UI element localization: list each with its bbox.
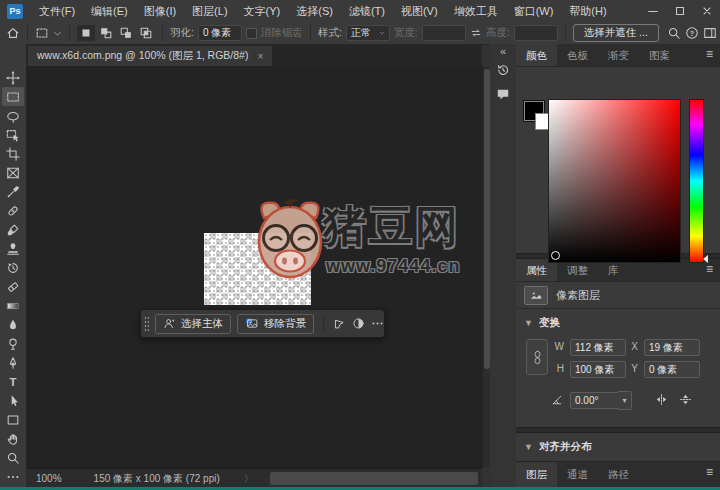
collapse-chevron-icon[interactable]: ▼: [524, 318, 533, 328]
rectangle-tool[interactable]: [2, 410, 24, 429]
comments-panel-icon[interactable]: [490, 82, 516, 106]
collapse-chevron-icon[interactable]: ▼: [524, 442, 533, 452]
blur-tool[interactable]: [2, 315, 24, 334]
help-icon[interactable]: ?: [685, 26, 699, 40]
panel-menu-icon[interactable]: ≡: [698, 44, 720, 66]
antialias-checkbox[interactable]: [246, 28, 257, 39]
minimize-icon[interactable]: [639, 0, 666, 22]
style-dropdown[interactable]: 正常: [346, 25, 390, 41]
style-label: 样式:: [318, 26, 342, 40]
frame-tool[interactable]: [2, 163, 24, 182]
healing-brush-tool[interactable]: [2, 201, 24, 220]
pen-tool[interactable]: [2, 353, 24, 372]
expand-panels-icon[interactable]: «: [490, 44, 516, 58]
zoom-level[interactable]: 100%: [36, 473, 62, 484]
eyedropper-tool[interactable]: [2, 182, 24, 201]
flip-horizontal-icon[interactable]: [652, 391, 670, 408]
panel-menu-icon[interactable]: ≡: [698, 462, 720, 487]
transform-width-input[interactable]: 112 像素: [570, 339, 626, 356]
menu-item-6[interactable]: 滤镜(T): [341, 0, 393, 22]
brush-tool[interactable]: [2, 220, 24, 239]
more-options-icon[interactable]: [371, 317, 384, 330]
menu-item-2[interactable]: 图像(I): [136, 0, 184, 22]
pixel-layer-icon: [524, 286, 548, 305]
object-selection-tool[interactable]: [2, 125, 24, 144]
tab-layers-2[interactable]: 路径: [598, 462, 639, 487]
tab-layers-1[interactable]: 通道: [557, 462, 598, 487]
height-input[interactable]: [514, 25, 558, 41]
document-tab[interactable]: www.x6d.com.png @ 100% (图层 1, RGB/8#) ×: [28, 46, 272, 66]
menu-item-0[interactable]: 文件(F): [31, 0, 83, 22]
crop-tool[interactable]: [2, 144, 24, 163]
transform-y-input[interactable]: 0 像素: [644, 361, 700, 378]
y-field-label: Y: [626, 361, 638, 377]
path-selection-tool[interactable]: [2, 391, 24, 410]
select-and-mask-button[interactable]: 选择并遮住 ...: [573, 24, 659, 42]
gradient-tool[interactable]: [2, 296, 24, 315]
edit-toolbar-icon[interactable]: [2, 467, 24, 486]
eraser-tool[interactable]: [2, 277, 24, 296]
hue-slider-marker[interactable]: [703, 255, 708, 263]
menu-item-9[interactable]: 窗口(W): [506, 0, 562, 22]
color-picker-ring[interactable]: [551, 251, 560, 260]
transform-icon[interactable]: [333, 317, 346, 330]
tab-color-0[interactable]: 颜色: [516, 44, 557, 66]
hue-slider[interactable]: [689, 99, 704, 263]
tab-color-1[interactable]: 色板: [557, 44, 598, 66]
home-icon[interactable]: [6, 26, 20, 40]
height-field-label: H: [552, 361, 564, 377]
menu-item-3[interactable]: 图层(L): [184, 0, 235, 22]
menu-item-4[interactable]: 文字(Y): [236, 0, 289, 22]
remove-background-button[interactable]: 移除背景: [237, 314, 314, 334]
close-icon[interactable]: [693, 0, 720, 22]
tool-preset-icon[interactable]: [35, 26, 49, 40]
status-chevron-icon[interactable]: 〉: [244, 472, 254, 486]
dodge-tool[interactable]: [2, 334, 24, 353]
select-subject-button[interactable]: 选择主体: [155, 314, 231, 334]
intersect-selection-icon[interactable]: [137, 25, 155, 41]
adjustment-icon[interactable]: [352, 317, 365, 330]
swap-dimensions-icon[interactable]: [470, 27, 482, 39]
subtract-selection-icon[interactable]: [117, 25, 135, 41]
angle-dropdown-icon[interactable]: ▾: [618, 391, 632, 410]
tab-color-2[interactable]: 渐变: [598, 44, 639, 66]
drag-handle[interactable]: [144, 316, 149, 332]
document-title: www.x6d.com.png @ 100% (图层 1, RGB/8#): [37, 49, 248, 63]
history-brush-tool[interactable]: [2, 258, 24, 277]
link-dimensions-icon[interactable]: [526, 339, 548, 375]
transform-x-input[interactable]: 19 像素: [644, 339, 700, 356]
horizontal-scrollbar[interactable]: [270, 472, 478, 485]
menu-item-8[interactable]: 增效工具: [446, 0, 506, 22]
tool-preset-chevron-icon[interactable]: [53, 29, 62, 38]
maximize-icon[interactable]: [666, 0, 693, 22]
menu-item-5[interactable]: 选择(S): [288, 0, 341, 22]
hand-tool[interactable]: [2, 429, 24, 448]
history-panel-icon[interactable]: [490, 58, 516, 82]
height-label: 高度:: [486, 26, 510, 40]
type-tool[interactable]: T: [2, 372, 24, 391]
workspace-icon[interactable]: [703, 26, 717, 40]
color-panel-tabs: 颜色色板渐变图案≡: [516, 44, 720, 67]
zoom-tool[interactable]: [2, 448, 24, 467]
menu-item-1[interactable]: 编辑(E): [83, 0, 136, 22]
feather-input[interactable]: 0 像素: [198, 25, 242, 41]
move-tool[interactable]: [2, 68, 24, 87]
lasso-tool[interactable]: [2, 106, 24, 125]
toolbox: T: [0, 44, 27, 487]
saturation-brightness-field[interactable]: [548, 99, 681, 263]
document-canvas[interactable]: [204, 233, 311, 305]
transform-height-input[interactable]: 100 像素: [570, 361, 626, 378]
menu-item-7[interactable]: 视图(V): [393, 0, 446, 22]
tab-close-icon[interactable]: ×: [257, 51, 263, 62]
menu-item-10[interactable]: 帮助(H): [561, 0, 614, 22]
search-icon[interactable]: [667, 26, 681, 40]
add-selection-icon[interactable]: [97, 25, 115, 41]
width-input[interactable]: [422, 25, 466, 41]
clone-stamp-tool[interactable]: [2, 239, 24, 258]
align-section-title: 对齐并分布: [539, 440, 592, 454]
tab-layers-0[interactable]: 图层: [516, 462, 557, 487]
new-selection-icon[interactable]: [77, 25, 95, 41]
marquee-tool[interactable]: [2, 87, 24, 106]
tab-color-3[interactable]: 图案: [639, 44, 680, 66]
flip-vertical-icon[interactable]: [676, 391, 694, 408]
